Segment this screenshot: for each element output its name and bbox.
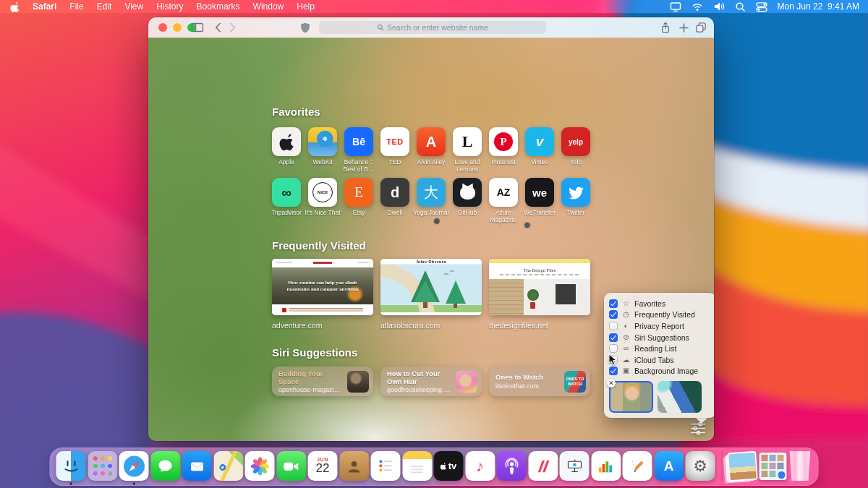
favorite-love-and-lemons[interactable]: L Love and Lemons [453,127,482,173]
back-button[interactable] [210,21,225,34]
dock-numbers[interactable] [591,451,621,481]
dock-contacts[interactable] [339,451,369,481]
menu-bar: Safari File Edit View History Bookmarks … [0,0,868,13]
menu-bar-clock[interactable]: Mon Jun 22 9:41 AM [778,1,859,12]
option-favorites[interactable]: ☆ Favorites [609,298,711,309]
dock-app-store[interactable]: A [654,451,684,481]
dock-facetime[interactable] [276,451,306,481]
favorite-its-nice-that[interactable]: NiCE It's Nice That [308,178,337,223]
favorite-yoga-journal[interactable]: 大 Yoga Journal [417,178,446,223]
dock-launchpad[interactable] [88,451,117,481]
dock-trash[interactable] [788,451,812,481]
dock-keynote[interactable] [560,451,590,481]
dock-news[interactable] [528,451,558,481]
frequently-visited-atlasobscura[interactable]: Atlas Obscura [380,259,482,330]
menu-file[interactable]: File [69,1,83,12]
checkbox-unchecked[interactable] [609,322,618,330]
sidebar-toggle-button[interactable] [190,21,205,34]
customize-start-page-button[interactable] [688,420,708,436]
volume-icon[interactable] [713,1,725,12]
site-thumbnail[interactable]: How routine can help you climb mountains… [272,259,373,315]
control-center-icon[interactable] [756,1,767,12]
background-choice-baby-photo-selected[interactable] [609,381,653,413]
tab-overview-button[interactable] [694,21,708,34]
alvin-ailey-glyph: A [426,134,436,150]
apple-menu-icon[interactable] [10,1,20,12]
option-reading-list[interactable]: ∞ Reading List [609,343,711,354]
address-bar[interactable]: Search or enter website name [319,21,546,34]
site-thumbnail[interactable]: The Design Files [489,259,590,315]
favorite-apple[interactable]: Apple [272,127,301,173]
checkbox-checked[interactable] [609,299,618,308]
option-privacy-report[interactable]: ◐ Privacy Report [609,320,711,332]
dock-calendar[interactable]: JUN 22 [308,451,338,481]
dock-music[interactable]: ♪ [465,451,495,481]
favorite-twitter[interactable]: Twitter [561,178,590,223]
dock-messages[interactable] [150,451,180,481]
checkbox-checked[interactable] [609,310,618,319]
frequently-visited-thedesignfiles[interactable]: The Design Files thedesignfiles.net [489,259,590,330]
menu-view[interactable]: View [124,1,143,12]
siri-card-ones-to-watch[interactable]: Ones to Watch itsnicethat.com ONES TO WA… [489,367,590,396]
siri-card-building-your-space[interactable]: Building Your Space openhouse-magazine.c… [272,367,373,396]
favorite-label: Vimeo [522,158,558,166]
frequently-visited-adventure[interactable]: How routine can help you climb mountains… [272,259,373,330]
site-thumbnail[interactable]: Atlas Obscura [380,259,482,315]
favorite-etsy[interactable]: E Etsy [344,178,373,223]
favorite-github[interactable]: GitHub [453,178,482,223]
menu-app-name[interactable]: Safari [33,1,56,12]
dock-reminders[interactable] [371,451,401,481]
display-icon[interactable] [670,1,681,12]
favorite-behance[interactable]: Bē Behance :: Best of B… [344,127,373,173]
new-tab-button[interactable] [676,21,691,34]
share-icon[interactable] [658,21,673,34]
favorite-azure-magazine[interactable]: AZ Azure Magazine [489,178,518,223]
favorite-label: Dwell [377,209,413,216]
favorite-dwell[interactable]: d Dwell [380,178,409,223]
close-window-button[interactable] [158,23,167,32]
minimize-window-button[interactable] [173,23,182,32]
checkbox-unchecked[interactable] [609,344,618,353]
favorite-webkit[interactable]: WebKit [308,127,337,173]
remove-background-icon[interactable] [607,379,616,388]
forward-button[interactable] [225,21,239,34]
dock-podcasts[interactable] [497,451,527,481]
background-choice-big-sur-abstract[interactable] [658,381,702,413]
favorite-alvin-ailey[interactable]: A Alvin Ailey [417,127,446,173]
dock-mail[interactable] [182,451,212,481]
favorite-ted[interactable]: TED TED [380,127,409,173]
favorite-wetransfer[interactable]: we WeTransfer [525,178,554,223]
siri-card-cut-your-own-hair[interactable]: How to Cut Your Own Hair goodhousekeepin… [380,367,482,396]
option-background-image[interactable]: ▣ Background Image [609,366,711,377]
favorite-pinterest[interactable]: P Pinterest [489,127,518,173]
dock-photos-stack[interactable] [728,452,757,481]
menu-window[interactable]: Window [253,1,284,12]
option-label: Siri Suggestions [634,333,689,342]
menu-bookmarks[interactable]: Bookmarks [197,1,240,12]
thumb-headline: How routine can help you climb mountains… [280,280,365,293]
dock-notes[interactable] [402,451,432,481]
wifi-icon[interactable] [692,1,703,12]
option-siri-suggestions[interactable]: ⊘ Siri Suggestions [609,332,711,343]
checkbox-checked[interactable] [609,333,618,342]
dock-maps[interactable] [213,451,243,481]
favorite-vimeo[interactable]: v Vimeo [525,127,554,173]
menu-history[interactable]: History [156,1,183,12]
favorite-tripadvisor[interactable]: ∞ Tripadvisor [272,178,301,223]
dock-pages[interactable] [623,451,652,481]
dock-photos[interactable] [245,451,275,481]
yoga-journal-logo-icon: 大 [417,178,446,207]
privacy-report-shield-icon[interactable] [298,21,312,34]
search-icon[interactable] [735,1,746,12]
menu-help[interactable]: Help [297,1,315,12]
dock-downloads-stack[interactable] [759,453,786,480]
dock-tv[interactable]: tv [434,451,464,481]
menu-bar-left: Safari File Edit View History Bookmarks … [0,1,315,12]
dock-safari[interactable] [119,451,149,481]
favorite-yelp[interactable]: yelp Yelp [561,127,590,173]
option-icloud-tabs[interactable]: ☁ iCloud Tabs [609,354,711,366]
dock-finder[interactable] [56,451,86,481]
menu-edit[interactable]: Edit [97,1,112,12]
dock-system-preferences[interactable]: ⚙ [686,451,715,481]
option-frequently-visited[interactable]: ◷ Frequently Visited [609,309,711,321]
